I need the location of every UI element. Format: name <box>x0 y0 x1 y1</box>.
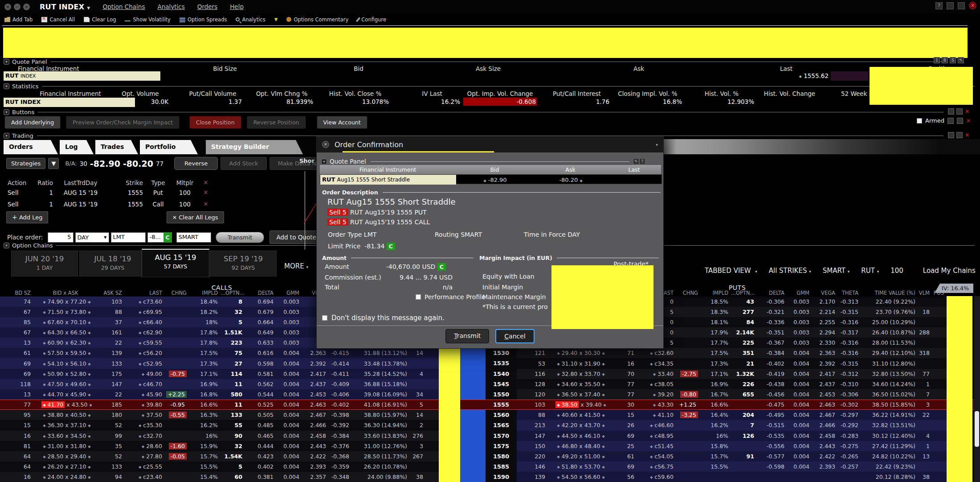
last-cell[interactable]: ◆ 28.60 <box>125 443 165 449</box>
bid-ask-cell[interactable]: ◆ 31.00 x 31.80 ◆ <box>33 443 100 449</box>
last-cell[interactable]: ◆ c59.55 <box>125 339 165 346</box>
collapse-arrow-icon[interactable]: ▾ <box>4 133 9 139</box>
analytics-dropdown-icon[interactable]: ▼ <box>274 17 278 22</box>
last-cell[interactable]: ◆ 37.50 <box>125 412 165 418</box>
remove-leg-icon[interactable]: ✕ <box>200 189 212 196</box>
strategies-dropdown-icon[interactable]: ▼ <box>48 158 59 169</box>
bid-ask-cell[interactable]: ◆ 24.00 x 24.80 ◆ <box>33 474 100 480</box>
add-leg-button[interactable]: + Add Leg <box>6 213 48 221</box>
last-cell[interactable]: ◆ c23.40 <box>125 474 165 480</box>
bid-ask-cell[interactable]: ◆ 57.50 x 59.50 ◆ <box>33 350 100 356</box>
expiry-tab-jun-20-19[interactable]: JUN 20 '191 DAY <box>11 251 78 276</box>
price-input[interactable]: -8... <box>147 232 163 243</box>
strike-value[interactable]: 1570 <box>486 431 517 441</box>
chain-row[interactable]: 88◆ 40.60 x 41.50 ◆15◆ 41.10-3.2516.4%20… <box>517 410 947 420</box>
preview-order-button[interactable]: Preview Order/Check Margin Impact <box>66 116 180 129</box>
bid-ask-cell[interactable]: ◆ 60.90 x 62.30 ◆ <box>33 339 100 346</box>
close-position-button[interactable]: Close Position <box>189 116 241 129</box>
bid-ask-cell[interactable]: ◆ 49.20 x 51.00 ◆ <box>548 453 614 460</box>
last-cell[interactable]: ◆ c51.45 <box>637 443 676 449</box>
chain-row[interactable]: 69◆ 54.10 x 56.10 ◆133◆ c52.9517.3%270.5… <box>0 358 444 368</box>
options-commentary-button[interactable]: Options Commentary <box>286 16 348 23</box>
strike-value[interactable]: 1585 <box>486 461 517 472</box>
configure-button[interactable]: Configure <box>357 16 386 23</box>
dialog-cancel-button[interactable]: Cancel <box>495 329 534 343</box>
expiry-tab-jul-18-19[interactable]: JUL 18 '1929 DAYS <box>79 251 146 276</box>
chain-row[interactable]: 53◆ 31.10 x 31.90 ◆16◆ c34.3517.3%21-0.4… <box>517 358 947 368</box>
last-cell[interactable]: ◆ c73.60 <box>125 298 165 305</box>
strike-value[interactable]: 1550 <box>486 389 517 400</box>
bid-ask-cell[interactable]: ◆ 40.60 x 41.50 ◆ <box>548 412 614 418</box>
bid-ask-cell[interactable]: ◆ 54.10 x 56.10 ◆ <box>33 360 100 367</box>
bid-ask-cell[interactable]: ◆ 54.50 x 56.60 ◆ <box>548 474 614 480</box>
menu-help[interactable]: Help <box>230 3 244 10</box>
chain-row[interactable]: 15◆ 36.30 x 37.10 ◆52◆ c35.3016.2%550.48… <box>0 420 444 430</box>
collapse-arrow-icon[interactable]: ▾ <box>4 59 9 65</box>
analytics-button[interactable]: Analytics <box>236 16 265 23</box>
bid-ask-cell[interactable]: ◆ 34.60 x 35.50 ◆ <box>548 381 614 387</box>
strategies-button[interactable]: Strategies <box>6 158 45 169</box>
bid-ask-cell[interactable]: ◆ 46.80 x 48.40 ◆ <box>548 443 614 449</box>
bid-ask-cell[interactable]: ◆ 71.50 x 73.80 ◆ <box>33 309 100 315</box>
edit-icon[interactable]: ✎ <box>633 158 639 165</box>
more-expirations-button[interactable]: MORE ▾ <box>284 262 308 270</box>
option-spreads-button[interactable]: Option Spreads <box>180 16 227 23</box>
chain-row[interactable]: 64◆ 28.50 x 29.40 ◆52◆ 27.80-0.0515.7%1.… <box>0 451 444 461</box>
strategy-leg-row[interactable]: Sell1AUG 15 '191555Put100✕ <box>8 189 212 196</box>
reverse-button[interactable]: Reverse <box>174 157 218 170</box>
edit-icon[interactable]: ✎ <box>958 57 964 63</box>
view-account-button[interactable]: View Account <box>317 116 368 129</box>
tab-log[interactable]: Log <box>60 140 94 154</box>
chain-row[interactable]: 150◆ 46.80 x 48.40 ◆25◆ c51.4515.8%-0.55… <box>517 441 947 451</box>
last-cell[interactable]: ◆ 39.80 <box>125 401 165 408</box>
buy-icon[interactable]: B <box>942 57 948 63</box>
bid-ask-cell[interactable]: ◆ 36.50 x 37.40 ◆ <box>548 391 614 398</box>
chain-row[interactable]: 61◆ 57.50 x 59.50 ◆139◆ c56.2017.5%750.6… <box>0 348 444 358</box>
chain-row[interactable]: 128◆ 34.60 x 35.50 ◆77◆ c38.0516.9%226-0… <box>517 379 947 389</box>
chain-row[interactable]: 95◆ 38.80 x 40.50 ◆180◆ 37.50-0.5516.3%1… <box>0 410 444 420</box>
armed-checkbox[interactable] <box>917 118 922 124</box>
collapse-arrow-icon[interactable]: ▾ <box>4 109 9 115</box>
hand-icon[interactable] <box>947 118 954 124</box>
chain-row[interactable]: 16◆ 24.00 x 24.80 ◆94◆ c23.4015.4%600.38… <box>0 472 444 482</box>
dialog-title-bar[interactable]: ✕ Order Confirmation ▾ <box>317 136 663 152</box>
last-cell[interactable]: ◆ c48.95 <box>637 433 676 439</box>
window-maximize-icon[interactable]: + <box>23 4 30 10</box>
collapse-arrow-icon[interactable]: ▾ <box>4 83 9 89</box>
last-cell[interactable]: ◆ 41.10 <box>637 412 676 418</box>
dialog-close-icon[interactable]: ✕ <box>322 141 329 148</box>
last-cell[interactable]: ◆ 43.30 <box>637 401 676 408</box>
strike-value[interactable]: 1565 <box>486 420 517 430</box>
expiry-tab-aug-15-19[interactable]: AUG 15 '1957 DAYS <box>142 249 209 277</box>
scrollbar-thumb[interactable] <box>975 411 979 447</box>
chain-row[interactable]: 77◆ 41.70 x 43.50 ◆185◆ 39.80-0.9516.6%1… <box>0 400 444 410</box>
help-circle-icon[interactable]: ? <box>639 158 645 165</box>
last-cell[interactable]: ◆ c66.40 <box>125 319 165 325</box>
bid-ask-cell[interactable]: ◆ 44.70 x 45.90 ◆ <box>33 391 100 398</box>
last-cell[interactable]: ◆ c56.75 <box>637 463 676 470</box>
settings-icon[interactable] <box>947 2 954 9</box>
order-type-input[interactable]: LMT <box>111 232 146 243</box>
tif-select[interactable]: DAY▼ <box>75 232 109 243</box>
hand-icon[interactable] <box>948 108 954 115</box>
bid-ask-cell[interactable]: ◆ 32.80 x 33.70 ◆ <box>548 371 614 377</box>
chain-row[interactable]: 116◆ 32.80 x 33.70 ◆70◆ 33.40-2.7517.1%1… <box>517 369 947 379</box>
dialog-quote-row[interactable]: RUT Aug15 1555 Short Straddle ◆ -82.90 -… <box>320 174 662 184</box>
dialog-transmit-button[interactable]: Transmit <box>445 329 489 343</box>
last-cell[interactable]: ◆ c46.70 <box>125 381 165 387</box>
bid-ask-cell[interactable]: ◆ 51.80 x 53.70 ◆ <box>548 463 614 470</box>
chain-row[interactable]: 103◆ 38.50 x 39.40 ◆30◆ 43.30+1.2516.6%-… <box>517 400 947 410</box>
window-close-icon[interactable]: ✕ <box>4 4 11 10</box>
last-cell[interactable]: ◆ c54.05 <box>637 453 676 460</box>
instrument-cell[interactable]: RUT INDEX <box>4 98 135 107</box>
layout-icon[interactable] <box>958 2 965 9</box>
collapse-arrow-icon[interactable]: ▾ <box>321 159 327 165</box>
strike-value[interactable]: 1560 <box>486 410 517 420</box>
clear-log-button[interactable]: Clear Log <box>84 16 116 23</box>
help-icon[interactable]: ? <box>935 2 943 9</box>
view-mode-select[interactable]: TABBED VIEW ▾ <box>705 267 757 275</box>
bid-ask-cell[interactable]: ◆ 67.60 x 70.10 ◆ <box>33 319 100 325</box>
reverse-position-button[interactable]: Reverse Position <box>247 116 306 129</box>
bid-ask-cell[interactable]: ◆ 74.90 x 77.20 ◆ <box>33 298 100 305</box>
menu-analytics[interactable]: Analytics <box>157 3 184 10</box>
